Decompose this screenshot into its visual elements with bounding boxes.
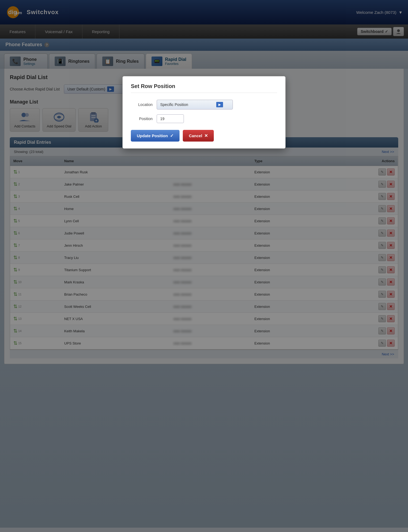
update-check-icon: ✓ bbox=[170, 133, 174, 138]
update-position-label: Update Position bbox=[137, 133, 168, 138]
location-value: Specific Position bbox=[160, 102, 188, 107]
cancel-label: Cancel bbox=[189, 133, 202, 138]
cancel-x-icon: ✕ bbox=[204, 133, 208, 138]
modal-location-label: Location bbox=[131, 102, 153, 107]
modal-title: Set Row Position bbox=[131, 83, 277, 93]
location-arrow: ▶ bbox=[216, 102, 223, 107]
position-input[interactable] bbox=[157, 114, 184, 123]
modal-position-row: Position bbox=[131, 114, 277, 123]
set-row-position-modal: Set Row Position Location Specific Posit… bbox=[122, 76, 286, 149]
update-position-button[interactable]: Update Position ✓ bbox=[131, 130, 180, 142]
modal-location-row: Location Specific Position ▶ bbox=[131, 100, 277, 109]
modal-button-row: Update Position ✓ Cancel ✕ bbox=[131, 130, 277, 142]
modal-overlay: Set Row Position Location Specific Posit… bbox=[0, 0, 408, 532]
modal-position-label: Position bbox=[131, 117, 153, 121]
cancel-button[interactable]: Cancel ✕ bbox=[183, 130, 214, 142]
modal-location-dropdown[interactable]: Specific Position ▶ bbox=[157, 100, 233, 109]
